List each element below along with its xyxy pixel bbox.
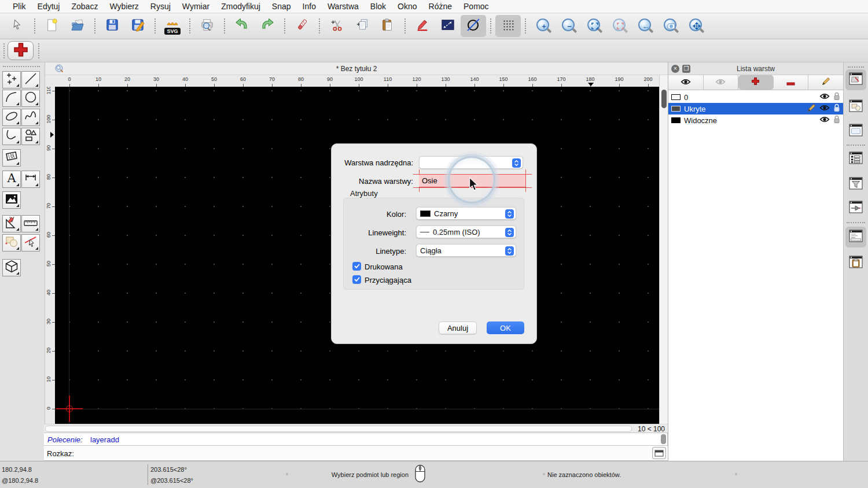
layer-lock-icon[interactable] <box>833 92 840 102</box>
layer-visibility-eye-icon[interactable] <box>819 93 830 102</box>
dock-block-list-button[interactable] <box>845 97 866 117</box>
palette-handle[interactable] <box>3 66 40 67</box>
redo-button[interactable] <box>255 15 280 37</box>
zoom-out-button[interactable]: − <box>556 15 581 37</box>
zoom-pan-button[interactable] <box>683 15 708 37</box>
menu-rne[interactable]: Różne <box>423 2 458 11</box>
ok-button[interactable]: OK <box>487 321 524 334</box>
save-file-as-button[interactable] <box>125 15 150 37</box>
hide-all-layers-button[interactable] <box>704 75 739 90</box>
tool-solid[interactable] <box>2 259 21 276</box>
undo-button[interactable] <box>229 15 255 37</box>
lineweight-select[interactable]: 0.25mm (ISO) <box>416 225 516 238</box>
edit-layer-button[interactable] <box>808 75 843 90</box>
detach-command-window-button[interactable] <box>652 447 666 459</box>
tool-spline[interactable] <box>21 109 40 126</box>
remove-layer-button[interactable] <box>774 75 809 90</box>
zoom-window-button[interactable] <box>657 15 683 37</box>
open-file-button[interactable] <box>65 15 90 37</box>
layer-name-input[interactable]: Osie <box>419 174 525 187</box>
tool-arc[interactable] <box>2 90 21 107</box>
menu-zobacz[interactable]: Zobacz <box>65 2 104 11</box>
linetype-select[interactable]: Ciągła <box>416 244 516 257</box>
menu-zmodyfikuj[interactable]: Zmodyfikuj <box>215 2 266 11</box>
distance-info-button[interactable] <box>435 15 461 37</box>
draw-pencil-button[interactable] <box>410 15 435 37</box>
tool-points[interactable] <box>2 71 21 88</box>
dock-pen-settings-button[interactable] <box>845 198 866 219</box>
toolbar-handle[interactable] <box>3 43 5 58</box>
layer-row-widoczne[interactable]: Widoczne <box>668 114 843 126</box>
menu-rysuj[interactable]: Rysuj <box>145 2 176 11</box>
printable-checkbox[interactable] <box>352 262 361 271</box>
select-arrow-button[interactable] <box>5 15 30 37</box>
tool-hatch[interactable] <box>2 149 21 167</box>
document-tab-bar[interactable]: * Bez tytułu 2 <box>45 62 668 75</box>
svg-export-button[interactable]: SVG <box>160 15 185 37</box>
show-all-layers-button[interactable] <box>668 75 704 90</box>
zoom-in-button[interactable]: + <box>530 15 556 37</box>
copy-button[interactable] <box>350 15 375 37</box>
tool-ellipse[interactable] <box>2 109 21 126</box>
tool-circle[interactable] <box>21 90 40 107</box>
scrollbar-thumb[interactable] <box>45 426 632 432</box>
menu-warstwa[interactable]: Warstwa <box>322 2 365 11</box>
paste-button[interactable] <box>375 15 400 37</box>
dock-clipboard-panel-button[interactable] <box>845 253 866 273</box>
toolbar-handle[interactable] <box>38 43 39 58</box>
dock-command-line-button[interactable] <box>845 227 866 247</box>
canvas-horizontal-scrollbar[interactable]: 10 < 100 <box>44 424 668 432</box>
layer-row-ukryte[interactable]: Ukryte <box>668 103 843 114</box>
dock-library-browser-button[interactable] <box>845 121 866 142</box>
add-layer-button[interactable] <box>8 41 34 60</box>
zoom-auto-button[interactable] <box>581 15 606 37</box>
tool-draft[interactable] <box>2 215 21 232</box>
menu-okno[interactable]: Okno <box>392 2 422 11</box>
zoom-previous-button[interactable]: ← <box>632 15 657 37</box>
tool-dimension[interactable] <box>21 171 40 188</box>
menu-pomoc[interactable]: Pomoc <box>458 2 495 11</box>
grid-toggle-button[interactable] <box>495 15 521 37</box>
dock-entity-list-button[interactable] <box>845 149 866 169</box>
menu-blok[interactable]: Blok <box>365 2 392 11</box>
print-preview-button[interactable] <box>194 15 220 37</box>
tool-image[interactable] <box>2 191 21 209</box>
delete-entities-button[interactable] <box>289 15 315 37</box>
menu-plik[interactable]: Plik <box>7 2 32 11</box>
layer-visibility-eye-icon[interactable] <box>819 116 830 125</box>
menu-wymiar[interactable]: Wymiar <box>176 2 215 11</box>
color-select[interactable]: Czarny <box>416 207 516 220</box>
menu-info[interactable]: Info <box>297 2 322 11</box>
cancel-button[interactable]: Anuluj <box>439 321 477 334</box>
add-layer-button[interactable] <box>738 75 774 90</box>
tool-polyline[interactable] <box>2 128 21 145</box>
isometric-projection-button[interactable] <box>461 15 486 37</box>
tool-text[interactable]: A <box>2 171 21 188</box>
history-scrollbar-thumb[interactable] <box>661 434 666 444</box>
scrollbar-thumb[interactable] <box>661 90 667 108</box>
dock-handle[interactable] <box>848 66 864 68</box>
snapping-checkbox[interactable] <box>352 275 361 284</box>
tool-shapes[interactable] <box>21 128 40 145</box>
command-input[interactable] <box>78 447 691 459</box>
menu-snap[interactable]: Snap <box>266 2 297 11</box>
dock-layer-list-button[interactable] <box>845 69 866 90</box>
save-file-button[interactable] <box>100 15 125 37</box>
layer-lock-icon[interactable] <box>833 115 840 125</box>
tool-line[interactable] <box>21 71 40 88</box>
tool-measure[interactable] <box>21 215 40 232</box>
layer-lock-icon[interactable] <box>833 103 840 114</box>
layer-visibility-eye-icon[interactable] <box>819 104 830 113</box>
zoom-selection-button[interactable] <box>606 15 632 37</box>
new-file-button[interactable] <box>39 15 65 37</box>
cut-button[interactable] <box>324 15 350 37</box>
tool-modify[interactable] <box>2 234 21 252</box>
menu-wybierz[interactable]: Wybierz <box>104 2 144 11</box>
parent-layer-select[interactable] <box>419 156 523 169</box>
tool-select[interactable] <box>21 234 40 252</box>
canvas-vertical-scrollbar[interactable] <box>659 75 668 432</box>
edit-pencil-icon[interactable] <box>807 103 816 114</box>
layer-row-0[interactable]: 0 <box>668 91 843 103</box>
menu-edytuj[interactable]: Edytuj <box>32 2 66 11</box>
dock-selection-filter-button[interactable] <box>845 174 866 195</box>
